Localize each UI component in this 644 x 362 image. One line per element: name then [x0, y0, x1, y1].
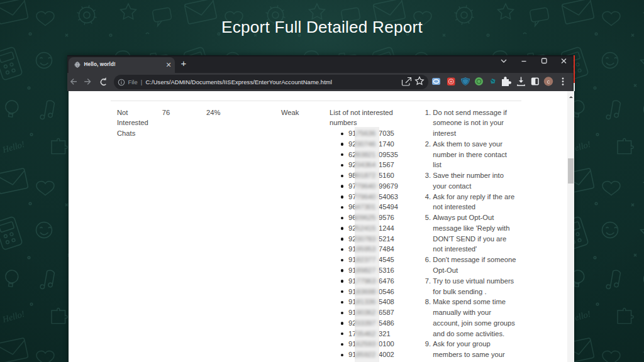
- svg-text:c: c: [547, 79, 550, 85]
